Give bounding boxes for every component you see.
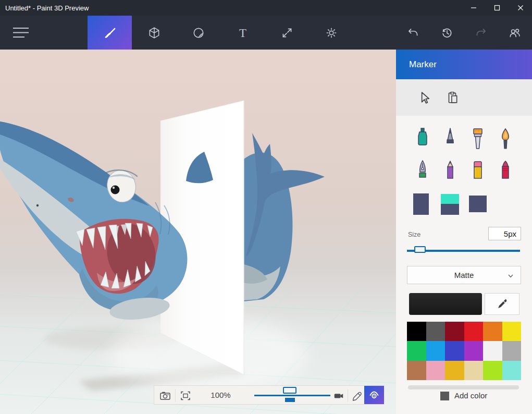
palette-swatch[interactable]: [502, 361, 522, 380]
tab-stickers[interactable]: [176, 16, 220, 50]
hamburger-menu-icon: [13, 26, 29, 40]
scene-3d: [0, 50, 396, 414]
palette-swatch[interactable]: [502, 341, 522, 360]
svg-text:T: T: [239, 26, 246, 39]
add-color-swatch-icon: [440, 392, 449, 400]
divider: [348, 389, 348, 402]
watercolour-icon: [498, 127, 513, 150]
palette-swatch[interactable]: [464, 322, 484, 341]
brush-tool-crayon[interactable]: [491, 155, 519, 187]
maximize-button[interactable]: [485, 0, 509, 16]
add-color-button[interactable]: Add color: [396, 391, 532, 403]
text-icon: T: [236, 26, 250, 40]
palette-swatch[interactable]: [502, 322, 522, 341]
add-color-label: Add color: [454, 391, 487, 400]
size-input[interactable]: [488, 227, 521, 240]
camera-icon: [159, 389, 171, 402]
chevron-down-icon: [507, 273, 514, 279]
draw-mode-button[interactable]: [350, 388, 364, 403]
people-icon: [508, 26, 522, 40]
main-toolbar: T: [0, 16, 532, 50]
palette-swatch[interactable]: [407, 361, 426, 380]
tab-brushes[interactable]: [88, 16, 132, 50]
fit-to-view-button[interactable]: [178, 388, 193, 403]
brush-tool-pixel-pen[interactable]: [409, 155, 436, 187]
marker-icon: [415, 127, 430, 150]
cube-3d-icon: [147, 26, 161, 40]
mixed-reality-button[interactable]: [332, 388, 345, 403]
divider: [175, 389, 176, 402]
finish-dropdown[interactable]: Matte: [407, 266, 521, 284]
loading-tile-accent: [441, 194, 459, 204]
brush-tool-oil-brush[interactable]: [464, 123, 491, 155]
tab-3d-shapes[interactable]: [132, 16, 176, 50]
undo-icon: [406, 26, 420, 40]
minimize-icon: [471, 5, 477, 11]
fit-view-icon: [179, 389, 192, 402]
brush-tool-calligraphy-pen[interactable]: [436, 123, 464, 155]
minimize-button[interactable]: [462, 0, 485, 16]
palette-scrollbar[interactable]: [408, 385, 519, 389]
palette-swatch[interactable]: [445, 361, 464, 380]
screenshot-button[interactable]: [157, 388, 173, 403]
titlebar: Untitled* - Paint 3D Preview: [0, 0, 532, 16]
canvas-3d-viewport[interactable]: [0, 50, 396, 414]
eraser-icon: [471, 160, 485, 182]
sticker-icon: [192, 26, 205, 40]
palette-swatch[interactable]: [483, 361, 502, 380]
brush-tool-grid: [409, 123, 519, 188]
eyedropper-icon: [496, 298, 509, 310]
sun-icon: [325, 26, 338, 40]
palette-swatch[interactable]: [445, 322, 464, 341]
select-cursor-icon: [417, 91, 431, 104]
history-button[interactable]: [436, 16, 459, 50]
tab-text[interactable]: T: [220, 16, 265, 50]
panel-subtoolbar: [396, 79, 532, 116]
size-slider-thumb[interactable]: [414, 246, 426, 253]
remix-3d-button[interactable]: [503, 16, 526, 50]
eyedropper-button[interactable]: [485, 293, 519, 315]
zoom-slider-thumb[interactable]: [283, 387, 296, 394]
side-panel: Marker: [396, 50, 532, 414]
palette-swatch[interactable]: [483, 341, 502, 360]
palette-swatch[interactable]: [407, 322, 426, 341]
select-tool-button[interactable]: [417, 90, 431, 105]
palette-swatch[interactable]: [464, 361, 484, 380]
undo-button[interactable]: [402, 16, 425, 50]
history-icon: [440, 26, 454, 40]
palette-swatch[interactable]: [426, 341, 446, 360]
brush-tool-loading-tile[interactable]: [469, 196, 487, 212]
palette-swatch[interactable]: [407, 341, 426, 360]
tab-canvas[interactable]: [265, 16, 309, 50]
brush-tool-loading-tile[interactable]: [413, 193, 429, 215]
redo-icon: [474, 26, 488, 40]
finish-value: Matte: [454, 271, 474, 279]
brush-tool-watercolour[interactable]: [491, 123, 519, 155]
size-label: Size: [408, 231, 420, 238]
paint3d-window: Untitled* - Paint 3D Preview: [0, 0, 532, 414]
tab-effects[interactable]: [309, 16, 353, 50]
panel-title: Marker: [396, 59, 437, 70]
window-title: Untitled* - Paint 3D Preview: [0, 4, 462, 12]
palette-swatch[interactable]: [426, 361, 446, 380]
paste-button[interactable]: [445, 90, 460, 105]
zoom-slider[interactable]: [254, 395, 330, 396]
oil-brush-icon: [471, 127, 485, 150]
zoom-level: 100%: [201, 386, 240, 404]
close-button[interactable]: [509, 0, 532, 16]
palette-swatch[interactable]: [445, 341, 464, 360]
brush-tool-eraser[interactable]: [464, 155, 491, 187]
show-3d-view-button[interactable]: [364, 386, 384, 404]
brush-tool-marker[interactable]: [409, 123, 436, 155]
palette-swatch[interactable]: [426, 322, 446, 341]
mixed-reality-icon: [333, 390, 344, 401]
menu-button[interactable]: [13, 16, 35, 50]
brush-tool-pencil[interactable]: [436, 155, 464, 187]
palette-swatch[interactable]: [464, 341, 484, 360]
redo-button[interactable]: [469, 16, 492, 50]
current-color-swatch[interactable]: [409, 293, 482, 315]
close-icon: [517, 5, 524, 11]
zoom-slider-thumb-fill: [285, 398, 295, 402]
palette-swatch[interactable]: [483, 322, 502, 341]
brush-tool-loading-tile[interactable]: [441, 194, 459, 215]
